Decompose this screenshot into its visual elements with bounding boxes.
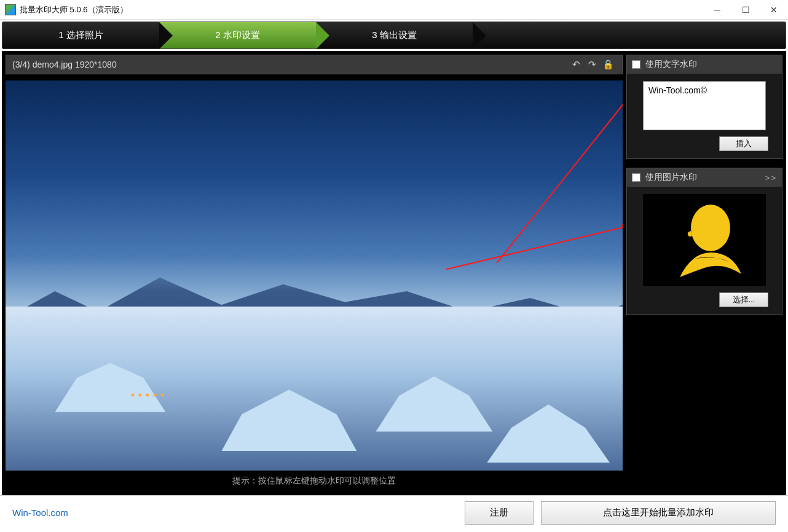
text-watermark-panel: 使用文字水印 Win-Tool.com© 插入 (626, 55, 782, 159)
select-image-button[interactable]: 选择... (719, 292, 768, 307)
step-1-label: 1 选择照片 (58, 29, 103, 41)
window-title: 批量水印大师 5.0.6（演示版） (20, 4, 703, 15)
close-button[interactable]: ✕ (760, 0, 788, 19)
step-navigation: 1 选择照片 2 水印设置 3 输出设置 (2, 22, 786, 49)
image-watermark-panel: 使用图片水印 >> 选择... (626, 168, 782, 315)
side-panels: 使用文字水印 Win-Tool.com© 插入 使用图片水印 >> (626, 51, 786, 495)
text-watermark-input[interactable]: Win-Tool.com© (643, 81, 766, 130)
image-watermark-checkbox[interactable] (632, 173, 640, 182)
minimize-button[interactable]: ─ (703, 0, 731, 19)
step-3-label: 3 输出设置 (372, 29, 417, 41)
step-2-watermark-settings[interactable]: 2 水印设置 (159, 22, 316, 49)
redo-icon[interactable]: ↷ (584, 59, 600, 70)
text-watermark-checkbox[interactable] (632, 60, 640, 69)
app-icon (5, 4, 16, 15)
step-3-output-settings[interactable]: 3 输出设置 (316, 22, 473, 49)
text-watermark-label: 使用文字水印 (645, 59, 697, 70)
undo-icon[interactable]: ↶ (568, 59, 584, 70)
text-watermark-header: 使用文字水印 (627, 55, 782, 74)
start-batch-button[interactable]: 点击这里开始批量添加水印 (541, 501, 776, 525)
bottom-bar: Win-Tool.com 注册 点击这里开始批量添加水印 (0, 495, 788, 530)
maximize-button[interactable]: ☐ (731, 0, 760, 19)
website-link[interactable]: Win-Tool.com (12, 507, 68, 518)
title-bar: 批量水印大师 5.0.6（演示版） ─ ☐ ✕ (0, 0, 788, 20)
preview-canvas[interactable] (6, 80, 623, 471)
expand-icon[interactable]: >> (765, 173, 777, 182)
image-watermark-label: 使用图片水印 (645, 172, 697, 183)
step-1-select-photos[interactable]: 1 选择照片 (2, 22, 159, 49)
register-button[interactable]: 注册 (465, 501, 534, 525)
steps-filler (473, 22, 786, 49)
insert-button[interactable]: 插入 (719, 136, 768, 151)
image-counter-label: (3/4) demo4.jpg 1920*1080 (12, 60, 117, 69)
drag-hint-label: 提示：按住鼠标左键拖动水印可以调整位置 (6, 471, 623, 491)
svg-point-2 (691, 205, 730, 251)
lock-icon[interactable]: 🔒 (600, 59, 616, 70)
preview-image (6, 80, 623, 471)
main-content: (3/4) demo4.jpg 1920*1080 ↶ ↷ 🔒 提示：按住鼠标左… (2, 51, 786, 495)
preview-header: (3/4) demo4.jpg 1920*1080 ↶ ↷ 🔒 (6, 55, 623, 74)
image-watermark-preview (643, 194, 766, 286)
preview-area: (3/4) demo4.jpg 1920*1080 ↶ ↷ 🔒 提示：按住鼠标左… (2, 51, 626, 495)
step-2-label: 2 水印设置 (215, 29, 260, 41)
watermark-silhouette-icon (661, 200, 747, 280)
image-watermark-header: 使用图片水印 >> (627, 168, 782, 187)
